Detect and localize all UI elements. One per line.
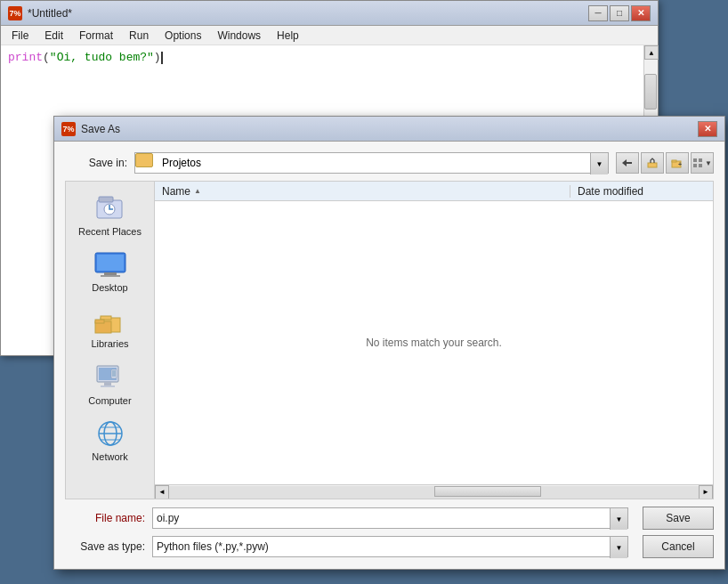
views-icon [692, 158, 705, 168]
save-in-combo-container[interactable]: Projetos ▼ [134, 152, 609, 174]
libraries-label: Libraries [91, 338, 128, 350]
menu-options[interactable]: Options [158, 28, 208, 44]
computer-icon [93, 361, 128, 393]
dialog-title: Save As [81, 123, 120, 135]
cursor [161, 52, 163, 64]
scroll-right-arrow[interactable]: ► [699, 485, 713, 499]
save-as-type-value: Python files (*.py,*.pyw) [153, 537, 610, 556]
save-in-value: Projetos [158, 153, 590, 173]
desktop-icon [93, 248, 128, 280]
save-as-type-row: Save as type: Python files (*.py,*.pyw) … [65, 535, 714, 558]
sidebar-computer[interactable]: Computer [70, 358, 150, 410]
editor-maximize-button[interactable]: □ [610, 5, 629, 21]
menu-format[interactable]: Format [72, 28, 120, 44]
up-icon [646, 158, 659, 168]
sidebar-network[interactable]: Network [70, 414, 150, 466]
dialog-close-button[interactable]: ✕ [698, 121, 717, 137]
svg-rect-24 [112, 370, 116, 377]
menu-windows[interactable]: Windows [210, 28, 268, 44]
scroll-thumb[interactable] [644, 74, 657, 110]
file-name-combo[interactable]: oi.py ▼ [152, 507, 628, 529]
dialog-titlebar-buttons: ✕ [698, 121, 717, 137]
save-action-buttons: Save [643, 507, 714, 530]
svg-rect-7 [699, 164, 702, 167]
code-keyword: print [8, 51, 43, 64]
svg-rect-16 [101, 316, 111, 320]
up-folder-button[interactable] [641, 152, 664, 174]
file-list-header: Name ▲ Date modified [155, 182, 713, 201]
svg-rect-12 [97, 255, 124, 271]
sidebar-desktop[interactable]: Desktop [70, 245, 150, 297]
libraries-icon [93, 304, 128, 337]
menu-run[interactable]: Run [122, 28, 156, 44]
no-items-text: No items match your search. [366, 337, 502, 349]
file-list-content: No items match your search. [155, 201, 713, 484]
dialog-bottom: File name: oi.py ▼ Save Save as type: Py… [65, 507, 714, 558]
svg-rect-13 [104, 272, 117, 275]
tk-app-icon: 7% [8, 6, 22, 20]
svg-rect-6 [693, 164, 697, 167]
dialog-titlebar: 7% Save As ✕ [54, 117, 724, 142]
file-name-dropdown-arrow[interactable]: ▼ [610, 508, 627, 530]
dialog-app-icon: 7% [61, 122, 76, 136]
editor-close-button[interactable]: ✕ [631, 5, 651, 21]
menu-edit[interactable]: Edit [37, 28, 70, 44]
save-as-type-label: Save as type: [65, 540, 145, 553]
h-scrollbar-track[interactable] [169, 486, 699, 499]
save-as-type-combo[interactable]: Python files (*.py,*.pyw) ▼ [152, 536, 628, 557]
file-name-row: File name: oi.py ▼ Save [65, 507, 714, 530]
desktop-label: Desktop [92, 282, 127, 294]
col-date-header[interactable]: Date modified [570, 185, 713, 198]
network-icon [93, 418, 128, 450]
save-in-row: Save in: Projetos ▼ [65, 152, 714, 174]
back-button[interactable] [616, 152, 639, 174]
menu-file[interactable]: File [4, 28, 36, 44]
svg-rect-0 [648, 163, 657, 167]
svg-rect-22 [101, 385, 115, 387]
editor-minimize-button[interactable]: ─ [588, 5, 608, 21]
editor-titlebar: 7% *Untitled* ─ □ ✕ [1, 1, 658, 26]
svg-rect-9 [99, 197, 113, 202]
recent-places-icon [93, 192, 128, 224]
horizontal-scrollbar[interactable]: ◄ ► [155, 484, 713, 499]
code-string: "Oi, tudo bem?" [50, 51, 154, 64]
scroll-up-arrow[interactable]: ▲ [644, 45, 659, 60]
scroll-left-arrow[interactable]: ◄ [155, 485, 169, 499]
menu-help[interactable]: Help [270, 28, 306, 44]
file-name-label: File name: [65, 512, 145, 524]
svg-rect-14 [101, 275, 120, 277]
code-paren-open: ( [43, 51, 50, 64]
col-name-label: Name [162, 185, 190, 198]
svg-rect-2 [672, 160, 676, 162]
col-name-header[interactable]: Name ▲ [155, 185, 570, 198]
save-button[interactable]: Save [643, 507, 714, 530]
sort-arrow: ▲ [194, 187, 201, 195]
cancel-action-buttons: Cancel [643, 535, 714, 558]
dialog-sidebar: Recent Places Desktop [65, 181, 154, 499]
network-label: Network [92, 451, 127, 463]
col-date-label: Date modified [578, 185, 643, 198]
file-list-area: Name ▲ Date modified No items match your… [154, 181, 714, 499]
editor-titlebar-left: 7% *Untitled* [8, 6, 72, 20]
code-paren-close: ) [154, 51, 161, 64]
dialog-main: Recent Places Desktop [65, 181, 714, 499]
dialog-titlebar-left: 7% Save As [61, 122, 120, 136]
save-as-type-dropdown-arrow[interactable]: ▼ [610, 537, 627, 558]
svg-rect-18 [95, 320, 104, 323]
sidebar-libraries[interactable]: Libraries [70, 301, 150, 353]
file-name-value: oi.py [153, 508, 610, 528]
views-button[interactable]: ▼ [691, 152, 714, 174]
svg-rect-5 [699, 158, 702, 162]
svg-rect-21 [104, 382, 111, 385]
save-in-dropdown-arrow[interactable]: ▼ [590, 153, 608, 174]
h-scrollbar-thumb[interactable] [434, 486, 541, 497]
dialog-content: Save in: Projetos ▼ [54, 142, 724, 569]
new-folder-button[interactable]: + [666, 152, 689, 174]
save-in-label: Save in: [65, 157, 127, 169]
cancel-button[interactable]: Cancel [643, 535, 714, 558]
menu-bar: File Edit Format Run Options Windows Hel… [1, 26, 658, 45]
editor-titlebar-buttons: ─ □ ✕ [588, 5, 651, 21]
save-in-toolbar: + ▼ [616, 152, 714, 174]
svg-rect-4 [693, 158, 697, 162]
sidebar-recent-places[interactable]: Recent Places [70, 189, 150, 241]
